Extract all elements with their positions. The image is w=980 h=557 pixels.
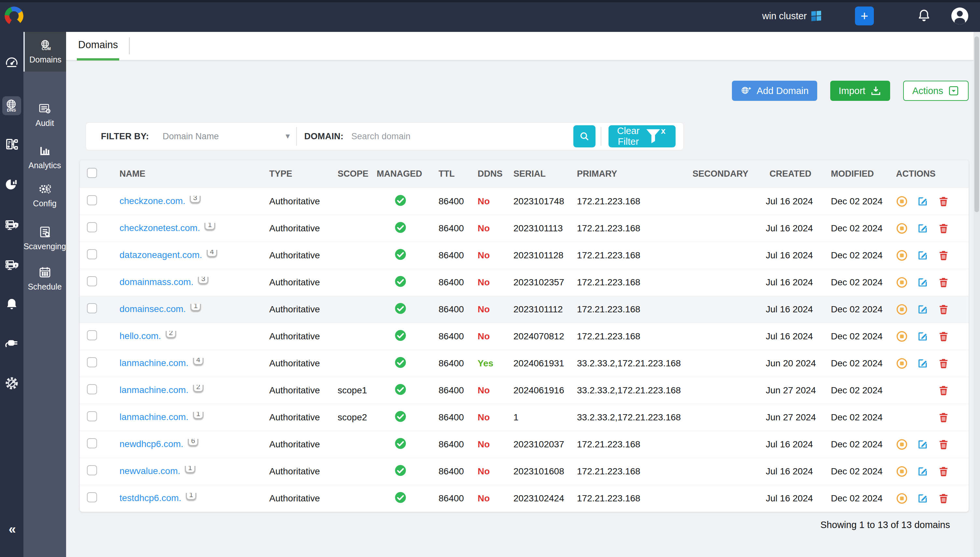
disable-domain-button[interactable] <box>896 303 908 315</box>
edit-domain-button[interactable] <box>917 493 929 504</box>
column-header-actions[interactable]: ACTIONS <box>889 169 967 179</box>
disable-domain-button[interactable] <box>896 438 908 450</box>
clear-filter-button[interactable]: Clear Filter x <box>609 125 676 147</box>
delete-domain-button[interactable] <box>938 331 949 342</box>
domain-link[interactable]: datazoneagent.com. <box>119 250 202 260</box>
row-checkbox[interactable] <box>87 384 97 394</box>
disable-domain-button[interactable] <box>896 223 908 234</box>
reports-pie-icon[interactable] <box>4 177 19 192</box>
cluster-selector[interactable]: win cluster <box>762 11 821 21</box>
column-header-modified[interactable]: MODIFIED <box>824 169 889 179</box>
import-button[interactable]: Import <box>830 81 890 101</box>
network-objects-icon[interactable] <box>4 137 19 152</box>
managed-check-icon <box>394 248 407 263</box>
disable-domain-button[interactable] <box>896 466 908 477</box>
notifications-bell-icon[interactable] <box>917 8 931 24</box>
edit-domain-button[interactable] <box>917 277 929 288</box>
disable-domain-button[interactable] <box>896 195 908 207</box>
delete-domain-button[interactable] <box>938 438 949 450</box>
add-domain-button[interactable]: Add Domain <box>732 81 817 101</box>
edit-domain-button[interactable] <box>917 331 929 342</box>
collapse-sidebar-icon[interactable]: « <box>4 521 19 536</box>
row-checkbox[interactable] <box>87 276 97 286</box>
disable-domain-button[interactable] <box>896 331 908 342</box>
actions-button[interactable]: Actions <box>903 81 969 101</box>
edit-domain-button[interactable] <box>917 466 929 477</box>
delete-domain-button[interactable] <box>938 249 949 261</box>
row-checkbox[interactable] <box>87 357 97 367</box>
dns-icon[interactable]: DNS <box>2 96 21 115</box>
delete-domain-button[interactable] <box>938 195 949 207</box>
domain-link[interactable]: newvalue.com. <box>119 466 180 476</box>
domain-link[interactable]: checkzonetest.com. <box>119 223 200 233</box>
row-checkbox[interactable] <box>87 303 97 313</box>
column-header-type[interactable]: TYPE <box>262 169 330 179</box>
edit-domain-button[interactable] <box>917 249 929 261</box>
server-security-icon[interactable] <box>4 217 19 232</box>
domain-link[interactable]: testdhcp6.com. <box>119 493 181 503</box>
column-header-scope[interactable]: SCOPE <box>330 169 369 179</box>
server-monitor-icon[interactable] <box>4 257 19 272</box>
delete-domain-button[interactable] <box>938 466 949 477</box>
column-header-primary[interactable]: PRIMARY <box>570 169 685 179</box>
delete-domain-button[interactable] <box>938 303 949 315</box>
sidebar-item-domains[interactable]: COM Domains <box>23 32 66 72</box>
admin-tools-icon[interactable] <box>4 376 19 391</box>
row-checkbox[interactable] <box>87 249 97 259</box>
domain-link[interactable]: domainmass.com. <box>119 277 193 287</box>
domain-link[interactable]: newdhcp6.com. <box>119 439 183 449</box>
column-header-name[interactable]: NAME <box>112 169 262 179</box>
integrations-plug-icon[interactable] <box>4 336 19 350</box>
domain-link[interactable]: lanmachine.com. <box>119 412 188 422</box>
edit-domain-button[interactable] <box>917 438 929 450</box>
column-header-created[interactable]: CREATED <box>759 169 824 179</box>
filter-by-select[interactable]: Domain Name ▼ <box>162 132 291 142</box>
page-scrollbar[interactable] <box>973 32 980 557</box>
sidebar-item-scavenging[interactable]: Scavenging <box>23 225 66 251</box>
disable-domain-button[interactable] <box>896 249 908 261</box>
domain-link[interactable]: domainsec.com. <box>119 304 186 314</box>
dashboard-icon[interactable] <box>4 55 19 70</box>
scrollbar-thumb[interactable] <box>975 36 979 212</box>
delete-domain-button[interactable] <box>938 277 949 288</box>
column-header-secondary[interactable]: SECONDARY <box>685 169 759 179</box>
sidebar-item-config[interactable]: Config <box>23 182 66 208</box>
sidebar-item-schedule[interactable]: Schedule <box>23 265 66 292</box>
domain-link[interactable]: hello.com. <box>119 331 161 341</box>
column-header-managed[interactable]: MANAGED <box>369 169 431 179</box>
row-checkbox[interactable] <box>87 411 97 421</box>
disable-domain-button[interactable] <box>896 277 908 288</box>
search-button[interactable] <box>573 125 596 147</box>
column-header-ttl[interactable]: TTL <box>431 169 470 179</box>
delete-domain-button[interactable] <box>938 412 949 423</box>
domain-search-input[interactable] <box>351 131 573 142</box>
sidebar-item-audit[interactable]: Audit <box>23 102 66 128</box>
edit-domain-button[interactable] <box>917 223 929 234</box>
row-checkbox[interactable] <box>87 465 97 476</box>
user-avatar[interactable] <box>951 8 968 24</box>
column-header-ddns[interactable]: DDNS <box>470 169 506 179</box>
row-checkbox[interactable] <box>87 438 97 448</box>
disable-domain-button[interactable] <box>896 493 908 504</box>
row-checkbox[interactable] <box>87 492 97 502</box>
domain-link[interactable]: lanmachine.com. <box>119 358 188 368</box>
delete-domain-button[interactable] <box>938 493 949 504</box>
add-button[interactable]: + <box>855 7 874 25</box>
edit-domain-button[interactable] <box>917 303 929 315</box>
sidebar-item-analytics[interactable]: Analytics <box>23 144 66 170</box>
column-header-serial[interactable]: SERIAL <box>506 169 570 179</box>
alerts-bell-icon[interactable] <box>4 297 19 312</box>
tab-domains[interactable]: Domains <box>77 31 119 60</box>
delete-domain-button[interactable] <box>938 223 949 234</box>
disable-domain-button[interactable] <box>896 358 908 369</box>
select-all-checkbox[interactable] <box>87 168 97 178</box>
row-checkbox[interactable] <box>87 195 97 205</box>
edit-domain-button[interactable] <box>917 195 929 207</box>
domain-link[interactable]: checkzone.com. <box>119 196 185 206</box>
delete-domain-button[interactable] <box>938 358 949 369</box>
row-checkbox[interactable] <box>87 222 97 232</box>
delete-domain-button[interactable] <box>938 384 949 396</box>
edit-domain-button[interactable] <box>917 358 929 369</box>
domain-link[interactable]: lanmachine.com. <box>119 385 188 395</box>
row-checkbox[interactable] <box>87 330 97 340</box>
